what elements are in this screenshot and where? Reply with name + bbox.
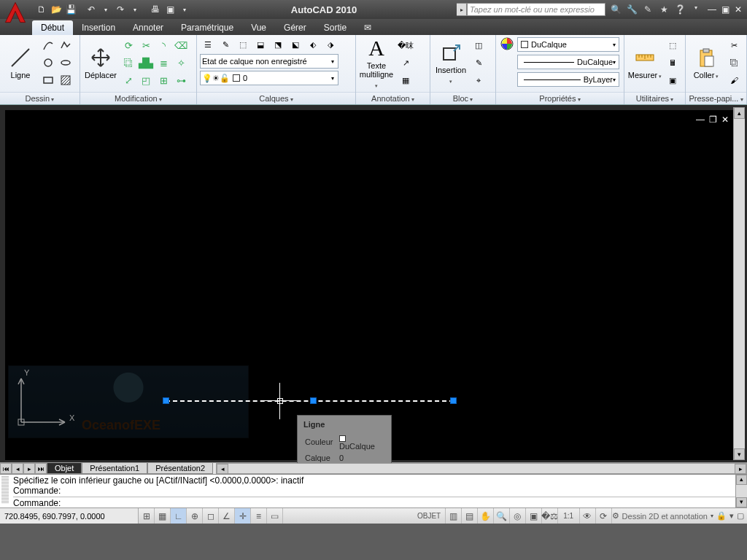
create-block-icon[interactable]: ◫ bbox=[471, 37, 487, 53]
command-window[interactable]: Spécifiez le coin inférieur gauche ou [A… bbox=[0, 474, 747, 508]
horizontal-scrollbar[interactable]: ◂ ▸ bbox=[216, 463, 747, 474]
tab-prev-icon[interactable]: ◂ bbox=[12, 463, 23, 474]
selectall-icon[interactable]: ▣ bbox=[665, 72, 681, 88]
tab-vue[interactable]: Vue bbox=[242, 20, 275, 35]
model-toggle[interactable]: OBJET bbox=[414, 508, 446, 524]
tab-presentation2[interactable]: Présentation2 bbox=[147, 463, 213, 474]
grip-mid[interactable] bbox=[310, 397, 317, 404]
ellipse-icon[interactable] bbox=[58, 55, 74, 71]
panel-title-dessin[interactable]: Dessin bbox=[0, 92, 80, 104]
deplacer-button[interactable]: Déplacer bbox=[83, 37, 118, 90]
help-icon[interactable]: ❔ bbox=[674, 4, 686, 15]
copy-clip-icon[interactable]: ⿻ bbox=[726, 55, 742, 71]
workspace-gear-icon[interactable]: ⚙ bbox=[612, 511, 619, 521]
mesurer-button[interactable]: Mesurer bbox=[627, 37, 662, 90]
open-icon[interactable]: 📂 bbox=[50, 3, 63, 16]
tab-parametrique[interactable]: Paramétrique bbox=[172, 20, 242, 35]
minimize-button[interactable]: — bbox=[706, 4, 718, 15]
tab-extra[interactable]: ✉ bbox=[355, 20, 380, 35]
undo-dropdown-icon[interactable]: ▾ bbox=[99, 3, 112, 16]
scroll-up-icon[interactable]: ▴ bbox=[734, 107, 745, 119]
tab-annoter[interactable]: Annoter bbox=[124, 20, 172, 35]
panel-title-util[interactable]: Utilitaires bbox=[624, 92, 685, 104]
panel-title-prop[interactable]: Propriétés bbox=[496, 92, 624, 104]
quickcalc-icon[interactable]: 🖩 bbox=[665, 55, 681, 71]
offset-icon[interactable]: ≣ bbox=[155, 55, 171, 71]
app-menu-button[interactable] bbox=[3, 0, 28, 25]
ortho-toggle[interactable]: ∟ bbox=[171, 508, 187, 524]
layer-tool3-icon[interactable]: ⬚ bbox=[235, 37, 251, 52]
help-dropdown-icon[interactable]: ▾ bbox=[690, 4, 702, 15]
scroll-right-icon[interactable]: ▸ bbox=[735, 464, 746, 474]
search-icon[interactable]: 🔍 bbox=[610, 4, 622, 15]
panel-title-annot[interactable]: Annotation bbox=[356, 92, 430, 104]
otrack-toggle[interactable]: ∠ bbox=[219, 508, 235, 524]
layer-props-icon[interactable]: ☰ bbox=[200, 37, 216, 52]
circle-icon[interactable] bbox=[40, 55, 56, 71]
panel-title-modif[interactable]: Modification bbox=[80, 92, 196, 104]
qv-layouts-icon[interactable]: ▥ bbox=[446, 508, 462, 524]
tab-presentation1[interactable]: Présentation1 bbox=[82, 463, 147, 474]
layer-tool2-icon[interactable]: ✎ bbox=[217, 37, 233, 52]
tab-last-icon[interactable]: ⏭ bbox=[35, 463, 47, 474]
layer-tool5-icon[interactable]: ⬔ bbox=[270, 37, 286, 52]
cmd-scrollbar[interactable]: ▴▾ bbox=[735, 475, 747, 508]
rotate-icon[interactable]: ⟳ bbox=[120, 37, 136, 53]
lwt-toggle[interactable]: ≡ bbox=[251, 508, 267, 524]
grid-toggle[interactable]: ▦ bbox=[155, 508, 171, 524]
qat-dropdown-icon[interactable]: ▾ bbox=[178, 3, 191, 16]
texte-button[interactable]: A Textemultiligne bbox=[359, 37, 394, 90]
layer-tool6-icon[interactable]: ⬕ bbox=[287, 37, 303, 52]
insertion-button[interactable]: Insertion bbox=[433, 37, 468, 90]
polar-toggle[interactable]: ⊕ bbox=[187, 508, 203, 524]
tab-insertion[interactable]: Insertion bbox=[73, 20, 124, 35]
lineweight-combo[interactable]: DuCalque▾ bbox=[517, 55, 619, 69]
cut-icon[interactable]: ✂ bbox=[726, 37, 742, 53]
block-attr-icon[interactable]: ⌖ bbox=[471, 72, 487, 88]
trim-icon[interactable]: ✂ bbox=[138, 37, 154, 53]
edit-block-icon[interactable]: ✎ bbox=[471, 55, 487, 71]
toolbar-lock-icon[interactable]: 🔒 bbox=[716, 511, 727, 521]
layer-current-combo[interactable]: 💡 ☀ 🔓 0 ▾ bbox=[200, 71, 338, 85]
new-icon[interactable]: 🗋 bbox=[35, 3, 48, 16]
annovis-icon[interactable]: 👁 bbox=[580, 508, 596, 524]
tab-gerer[interactable]: Gérer bbox=[275, 20, 315, 35]
erase-icon[interactable]: ⌫ bbox=[173, 37, 189, 53]
search-history-icon[interactable]: ▸ bbox=[457, 3, 467, 16]
linetype-combo[interactable]: ByLayer▾ bbox=[517, 72, 619, 87]
layer-tool8-icon[interactable]: ⬗ bbox=[322, 37, 338, 52]
tab-objet[interactable]: Objet bbox=[47, 463, 82, 474]
close-button[interactable]: ✕ bbox=[732, 4, 744, 15]
drawing-canvas[interactable]: — ❐ ✕ OceanofEXE Ligne CouleurDuCalque C… bbox=[5, 110, 733, 460]
osnap-toggle[interactable]: ◻ bbox=[203, 508, 219, 524]
cmd-line-3[interactable]: Commande: bbox=[13, 498, 744, 508]
statusbar-menu-icon[interactable]: ▾ bbox=[729, 511, 734, 521]
showmotion-icon[interactable]: ▣ bbox=[526, 508, 542, 524]
panel-title-calques[interactable]: Calques bbox=[197, 92, 355, 104]
key-icon[interactable]: 🔧 bbox=[626, 4, 638, 15]
favorite-icon[interactable]: ★ bbox=[658, 4, 670, 15]
tab-first-icon[interactable]: ⏮ bbox=[0, 463, 12, 474]
infocenter-search[interactable]: Tapez un mot-clé ou une expressio bbox=[467, 3, 605, 16]
table-icon[interactable]: ▦ bbox=[396, 72, 415, 88]
layer-tool4-icon[interactable]: ⬓ bbox=[252, 37, 268, 52]
tab-debut[interactable]: Début bbox=[32, 20, 73, 35]
select-icon[interactable]: ⬚ bbox=[665, 37, 681, 53]
ligne-button[interactable]: Ligne bbox=[3, 37, 38, 90]
workspace-dropdown-icon[interactable]: ▾ bbox=[711, 513, 713, 519]
redo-icon[interactable]: ↷ bbox=[114, 3, 127, 16]
snap-toggle[interactable]: ⊞ bbox=[139, 508, 155, 524]
scale-icon[interactable]: ◰ bbox=[138, 72, 154, 88]
qv-drawings-icon[interactable]: ▤ bbox=[462, 508, 478, 524]
color-wheel-icon[interactable] bbox=[499, 37, 515, 90]
rectangle-icon[interactable] bbox=[40, 72, 56, 88]
scale-value[interactable]: 1:1 bbox=[558, 508, 580, 524]
pan-icon[interactable]: ✋ bbox=[478, 508, 494, 524]
vertical-scrollbar[interactable]: ▴ ▾ bbox=[733, 107, 745, 460]
undo-icon[interactable]: ↶ bbox=[85, 3, 98, 16]
join-icon[interactable]: ⊶ bbox=[173, 72, 189, 88]
copy-icon[interactable]: ⿻ bbox=[120, 55, 136, 71]
grip-start[interactable] bbox=[163, 397, 169, 404]
arc-icon[interactable] bbox=[40, 37, 56, 53]
maximize-button[interactable]: ▣ bbox=[719, 4, 731, 15]
